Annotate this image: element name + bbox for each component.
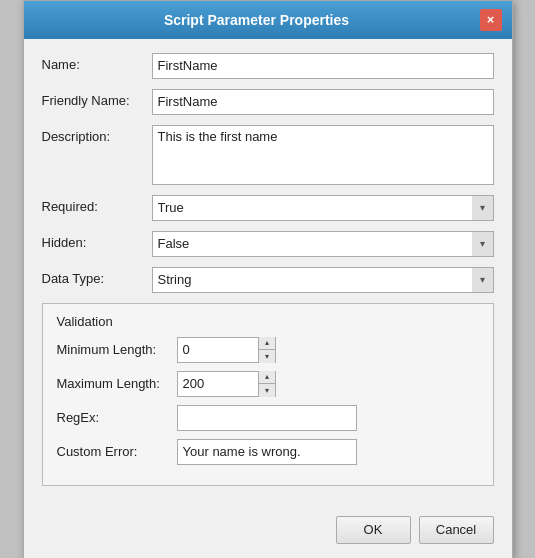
- cancel-button[interactable]: Cancel: [419, 516, 494, 544]
- regex-input[interactable]: [177, 405, 357, 431]
- data-type-row: Data Type: String Integer Boolean DateTi…: [42, 267, 494, 293]
- description-label: Description:: [42, 125, 152, 144]
- name-row: Name:: [42, 53, 494, 79]
- required-label: Required:: [42, 195, 152, 214]
- hidden-select-wrapper: False True ▾: [152, 231, 494, 257]
- custom-error-input[interactable]: [177, 439, 357, 465]
- name-input[interactable]: [152, 53, 494, 79]
- dialog-footer: OK Cancel: [24, 510, 512, 558]
- min-length-row: Minimum Length: ▴ ▾: [57, 337, 479, 363]
- min-length-label: Minimum Length:: [57, 342, 177, 357]
- max-length-spinner-buttons: ▴ ▾: [258, 371, 275, 397]
- required-row: Required: True False ▾: [42, 195, 494, 221]
- friendly-name-label: Friendly Name:: [42, 89, 152, 108]
- min-length-input[interactable]: [178, 338, 258, 362]
- friendly-name-input[interactable]: [152, 89, 494, 115]
- min-length-up-button[interactable]: ▴: [259, 337, 275, 350]
- max-length-input[interactable]: [178, 372, 258, 396]
- max-length-row: Maximum Length: ▴ ▾: [57, 371, 479, 397]
- regex-label: RegEx:: [57, 410, 177, 425]
- required-select[interactable]: True False: [152, 195, 494, 221]
- title-bar: Script Parameter Properties ×: [24, 1, 512, 39]
- hidden-row: Hidden: False True ▾: [42, 231, 494, 257]
- dialog-title: Script Parameter Properties: [34, 12, 480, 28]
- max-length-down-button[interactable]: ▾: [259, 383, 275, 397]
- ok-button[interactable]: OK: [336, 516, 411, 544]
- regex-row: RegEx:: [57, 405, 479, 431]
- max-length-up-button[interactable]: ▴: [259, 371, 275, 384]
- name-label: Name:: [42, 53, 152, 72]
- min-length-spinner: ▴ ▾: [177, 337, 276, 363]
- friendly-name-row: Friendly Name:: [42, 89, 494, 115]
- hidden-select[interactable]: False True: [152, 231, 494, 257]
- data-type-label: Data Type:: [42, 267, 152, 286]
- max-length-spinner: ▴ ▾: [177, 371, 276, 397]
- validation-title: Validation: [57, 314, 479, 329]
- max-length-label: Maximum Length:: [57, 376, 177, 391]
- custom-error-row: Custom Error:: [57, 439, 479, 465]
- required-select-wrapper: True False ▾: [152, 195, 494, 221]
- description-textarea[interactable]: This is the first name: [152, 125, 494, 185]
- custom-error-label: Custom Error:: [57, 444, 177, 459]
- description-row: Description: This is the first name: [42, 125, 494, 185]
- data-type-select[interactable]: String Integer Boolean DateTime: [152, 267, 494, 293]
- hidden-label: Hidden:: [42, 231, 152, 250]
- validation-group: Validation Minimum Length: ▴ ▾ Maximum L…: [42, 303, 494, 486]
- dialog-window: Script Parameter Properties × Name: Frie…: [23, 0, 513, 558]
- dialog-body: Name: Friendly Name: Description: This i…: [24, 39, 512, 510]
- close-button[interactable]: ×: [480, 9, 502, 31]
- data-type-select-wrapper: String Integer Boolean DateTime ▾: [152, 267, 494, 293]
- min-length-down-button[interactable]: ▾: [259, 349, 275, 363]
- min-length-spinner-buttons: ▴ ▾: [258, 337, 275, 363]
